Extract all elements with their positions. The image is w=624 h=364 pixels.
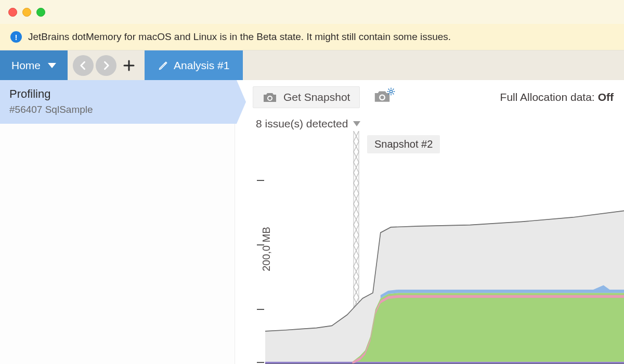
svg-line-11: [393, 93, 394, 94]
get-snapshot-button[interactable]: Get Snapshot: [253, 86, 360, 108]
issues-label: 8 issue(s) detected: [256, 118, 348, 130]
window-minimize-button[interactable]: [22, 8, 31, 17]
sidebar-item-profiling[interactable]: Profiling #56407 SqlSample: [0, 80, 235, 124]
chart-tick: [257, 180, 264, 181]
toolbar: Get Snapshot: [253, 86, 624, 108]
tab-strip: Home Analysis #1: [0, 50, 624, 80]
svg-point-5: [390, 90, 393, 93]
svg-line-12: [388, 93, 389, 94]
nav-forward-button[interactable]: [96, 55, 116, 76]
get-snapshot-label: Get Snapshot: [283, 91, 350, 103]
tab-home[interactable]: Home: [0, 50, 68, 80]
tab-home-label: Home: [11, 59, 41, 72]
chart-tick: [257, 244, 264, 245]
tab-analysis[interactable]: Analysis #1: [145, 50, 243, 80]
chart-tick: [257, 362, 264, 363]
svg-point-4: [381, 96, 384, 99]
main-area: Profiling #56407 SqlSample Get Snapshot: [0, 80, 624, 364]
svg-marker-14: [353, 121, 360, 126]
allocation-state: Off: [598, 91, 614, 103]
svg-line-13: [393, 89, 394, 90]
gear-icon: [387, 87, 395, 96]
window-close-button[interactable]: [8, 8, 17, 17]
beta-banner: ! JetBrains dotMemory for macOS and Linu…: [0, 24, 624, 50]
memory-chart[interactable]: 200,0 MB Snapshot #2: [253, 134, 624, 364]
allocation-status: Full Allocation data: Off: [500, 91, 614, 103]
content-area: Get Snapshot: [235, 80, 624, 364]
nav-back-button[interactable]: [73, 55, 94, 76]
window-zoom-button[interactable]: [36, 8, 45, 17]
allocation-label: Full Allocation data:: [500, 91, 595, 103]
camera-icon: [263, 92, 277, 103]
banner-text: JetBrains dotMemory for macOS and Linux …: [28, 31, 451, 43]
nav-group: [68, 50, 145, 80]
info-icon: !: [10, 31, 22, 43]
svg-marker-0: [48, 63, 56, 68]
new-tab-button[interactable]: [119, 55, 139, 76]
pencil-icon: [158, 60, 168, 71]
chart-canvas: [265, 134, 624, 364]
snapshot-settings-button[interactable]: [373, 89, 394, 105]
sidebar: Profiling #56407 SqlSample: [0, 80, 235, 364]
svg-point-2: [268, 97, 271, 100]
window-titlebar: [0, 0, 624, 24]
chevron-down-icon: [48, 61, 56, 70]
sidebar-item-title: Profiling: [9, 87, 225, 101]
chart-tick: [257, 309, 264, 310]
svg-line-10: [388, 89, 389, 90]
chevron-down-icon: [353, 120, 360, 128]
sidebar-item-subtitle: #56407 SqlSample: [9, 104, 225, 115]
issues-dropdown[interactable]: 8 issue(s) detected: [253, 118, 624, 130]
tab-analysis-label: Analysis #1: [174, 59, 229, 72]
